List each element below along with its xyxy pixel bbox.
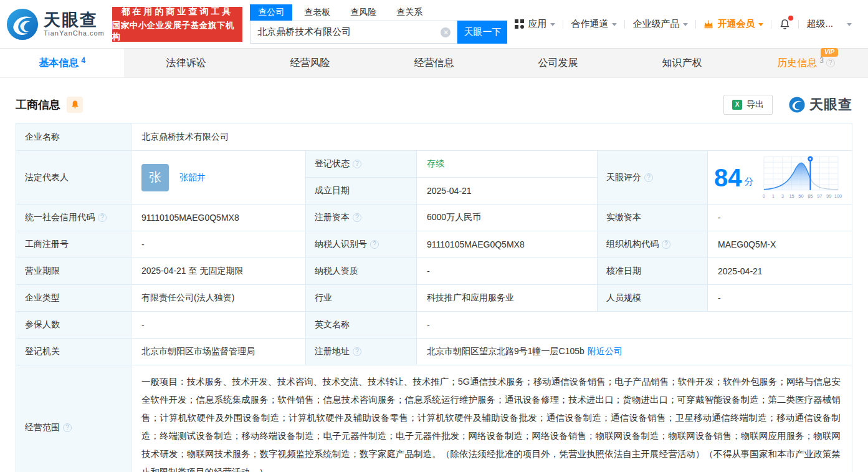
help-icon[interactable] — [826, 59, 835, 67]
chevron-down-icon — [550, 23, 555, 26]
field-value-industry: 科技推广和应用服务业 — [417, 285, 598, 312]
field-value-business-scope: 一般项目：技术服务、技术开发、技术咨询、技术交流、技术转让、技术推广；5G通信技… — [131, 365, 852, 472]
tab-intellectual-property[interactable]: 知识产权 — [620, 49, 744, 77]
tab-count: 4 — [81, 56, 85, 65]
nearby-companies-link[interactable]: 附近公司 — [588, 346, 622, 357]
score-value: 84 — [714, 165, 742, 190]
nav-super-vip[interactable]: 超级... — [799, 18, 859, 30]
tab-legal-proceedings[interactable]: 法律诉讼 — [124, 49, 248, 77]
promo-line2: 国家中小企业发展子基金旗下机构 — [112, 20, 242, 42]
section-header: 工商信息 X 导出 天眼查 — [16, 95, 852, 115]
field-label-taxpayer-qualification: 纳税人资质 — [306, 258, 417, 285]
tab-label: 知识产权 — [662, 57, 702, 70]
apps-grid-icon — [515, 19, 524, 29]
site-header: 天眼查 TianYanCha.com 都在用的商业查询工具 国家中小企业发展子基… — [0, 0, 868, 48]
field-value-company-type: 有限责任公司(法人独资) — [131, 285, 306, 312]
tab-basic-info[interactable]: 基本信息 4 — [0, 49, 124, 77]
tab-label: 法律诉讼 — [166, 57, 206, 70]
svg-text:97: 97 — [817, 193, 822, 198]
crown-icon — [703, 20, 713, 29]
help-icon[interactable] — [353, 213, 361, 222]
logo-domain-text: TianYanCha.com — [44, 30, 105, 37]
search-input[interactable] — [250, 27, 441, 37]
tianyancha-swirl-icon — [6, 8, 39, 41]
tianyancha-swirl-icon — [789, 97, 805, 113]
field-label-reg-address: 注册地址 — [306, 339, 417, 365]
search-tab-relation[interactable]: 查关系 — [388, 4, 431, 21]
logo-brand-text: 天眼查 — [44, 11, 105, 29]
help-icon[interactable] — [353, 347, 361, 356]
field-value-taxpayer-id: 91110105MAEG0Q5MX8 — [417, 231, 598, 258]
svg-text:100: 100 — [834, 193, 841, 198]
svg-text:15: 15 — [789, 193, 794, 198]
field-value-insured-count: - — [131, 312, 306, 339]
tab-label: 经营风险 — [290, 57, 330, 70]
site-logo[interactable]: 天眼查 TianYanCha.com — [6, 8, 105, 41]
help-icon[interactable] — [98, 213, 107, 222]
section-title: 工商信息 — [16, 97, 60, 112]
field-value-establish-date: 2025-04-21 — [417, 178, 598, 205]
field-label-credit-code: 统一社会信用代码 — [16, 205, 131, 231]
svg-text:3: 3 — [781, 193, 783, 198]
field-label-establish-date: 成立日期 — [306, 178, 417, 205]
watermark-logo: 天眼查 — [789, 95, 852, 114]
search-tab-company[interactable]: 查公司 — [250, 4, 292, 21]
nav-apps-label: 应用 — [528, 18, 546, 30]
svg-text:0: 0 — [762, 193, 765, 198]
field-label-score: 天眼评分 — [598, 151, 708, 205]
field-label-company-name: 企业名称 — [16, 123, 131, 151]
field-value-reg-capital: 6000万人民币 — [417, 205, 598, 231]
tab-history-info[interactable]: 历史信息 VIP 3 — [744, 49, 868, 77]
field-value-reg-status: 存续 — [417, 151, 598, 178]
field-value-legal-rep: 张 张韶井 — [131, 151, 306, 205]
field-label-org-code: 组织机构代码 — [598, 231, 708, 258]
nav-super-label: 超级... — [806, 18, 833, 30]
export-button[interactable]: X 导出 — [723, 95, 773, 115]
field-value-score: 84 分 0 1 3 15 50 85 97 — [708, 151, 852, 205]
promo-banner[interactable]: 都在用的商业查询工具 国家中小企业发展子基金旗下机构 — [112, 7, 242, 42]
field-value-paid-capital: - — [708, 205, 852, 231]
subscribe-bell-button[interactable] — [67, 97, 83, 113]
field-label-industry: 行业 — [306, 285, 417, 312]
watermark-text: 天眼查 — [809, 95, 852, 114]
promo-line1: 都在用的商业查询工具 — [121, 6, 233, 17]
help-icon[interactable] — [662, 240, 670, 249]
tab-company-development[interactable]: 公司发展 — [496, 49, 620, 77]
nav-apps[interactable]: 应用 — [507, 18, 563, 30]
help-icon[interactable] — [63, 423, 72, 432]
field-label-english-name: 英文名称 — [306, 312, 417, 339]
field-label-paid-capital: 实缴资本 — [598, 205, 708, 231]
search-button[interactable]: 天眼一下 — [457, 21, 507, 44]
nav-vip[interactable]: 开通会员 — [696, 18, 771, 30]
company-detail-tabs: 基本信息 4 法律诉讼 经营风险 经营信息 公司发展 知识产权 历史信息 VIP… — [0, 48, 868, 78]
search-tab-risk[interactable]: 查风险 — [342, 4, 384, 21]
tab-operational-risk[interactable]: 经营风险 — [248, 49, 372, 77]
legal-rep-avatar[interactable]: 张 — [141, 164, 169, 191]
nav-partner[interactable]: 合作通道 — [563, 18, 624, 30]
search-tab-boss[interactable]: 查老板 — [296, 4, 338, 21]
clear-search-icon[interactable]: ✕ — [441, 27, 451, 37]
notifications-bell[interactable] — [771, 18, 798, 31]
field-label-taxpayer-id: 纳税人识别号 — [306, 231, 417, 258]
tab-business-info[interactable]: 经营信息 — [372, 49, 496, 77]
nav-enterprise[interactable]: 企业级产品 — [625, 18, 695, 30]
export-label: 导出 — [746, 99, 764, 110]
legal-rep-link[interactable]: 张韶井 — [179, 172, 206, 183]
field-value-reg-authority: 北京市朝阳区市场监督管理局 — [131, 339, 306, 365]
field-label-staff-size: 人员规模 — [598, 285, 708, 312]
status-badge: 存续 — [427, 158, 444, 170]
field-label-reg-number: 工商注册号 — [16, 231, 131, 258]
field-label-reg-authority: 登记机关 — [16, 339, 131, 365]
svg-text:50: 50 — [798, 193, 803, 198]
tab-label: 历史信息 — [777, 57, 817, 70]
field-value-reg-address: 北京市朝阳区望京北路9号1幢一层C105b 附近公司 — [417, 339, 852, 365]
field-label-business-term: 营业期限 — [16, 258, 131, 285]
field-label-approval-date: 核准日期 — [598, 258, 708, 285]
svg-text:1: 1 — [771, 193, 774, 198]
help-icon[interactable] — [644, 173, 653, 182]
help-icon[interactable] — [353, 160, 361, 168]
field-value-business-term: 2025-04-21 至 无固定期限 — [131, 258, 306, 285]
chevron-down-icon — [612, 23, 617, 26]
field-value-staff-size: - — [708, 285, 852, 312]
help-icon[interactable] — [370, 240, 379, 249]
